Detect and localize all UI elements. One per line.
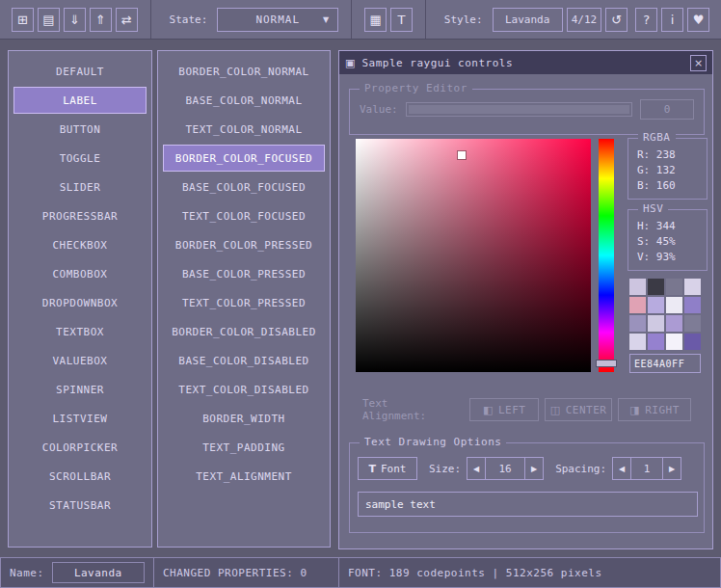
palette-swatch[interactable] bbox=[684, 334, 701, 350]
control-item-colorpicker[interactable]: COLORPICKER bbox=[13, 434, 147, 461]
size-increase-button[interactable]: ▶ bbox=[524, 457, 544, 480]
prop-item-border-color-pressed[interactable]: BORDER_COLOR_PRESSED bbox=[163, 231, 325, 258]
color-picker-marker[interactable] bbox=[458, 151, 466, 159]
control-item-toggle[interactable]: TOGGLE bbox=[13, 145, 147, 172]
prop-item-base-color-normal[interactable]: BASE_COLOR_NORMAL bbox=[163, 87, 325, 114]
palette-swatch[interactable] bbox=[666, 297, 682, 313]
random-style-button[interactable]: ⇄ bbox=[116, 8, 138, 32]
hex-color-input[interactable]: EE84A0FF bbox=[629, 354, 701, 373]
palette-swatch[interactable] bbox=[648, 297, 664, 313]
align-left-button[interactable]: ◧ LEFT bbox=[469, 398, 539, 421]
hue-slider-handle[interactable] bbox=[596, 360, 617, 367]
color-picker-sv-area[interactable] bbox=[356, 139, 591, 372]
control-item-dropdownbox[interactable]: DROPDOWNBOX bbox=[13, 289, 147, 316]
style-name-box[interactable]: Lavanda bbox=[493, 8, 563, 32]
prop-item-text-color-focused[interactable]: TEXT_COLOR_FOCUSED bbox=[163, 202, 325, 229]
rgba-group-label: RGBA bbox=[638, 131, 676, 144]
control-item-default[interactable]: DEFAULT bbox=[13, 58, 147, 85]
font-button[interactable]: T Font bbox=[358, 457, 417, 480]
palette-swatch[interactable] bbox=[648, 315, 664, 332]
palette-swatch[interactable] bbox=[666, 279, 682, 295]
file-save-button[interactable]: ⇓ bbox=[64, 8, 86, 32]
control-item-combobox[interactable]: COMBOBOX bbox=[13, 260, 147, 287]
spacing-increase-button[interactable]: ▶ bbox=[662, 457, 681, 480]
control-item-statusbar[interactable]: STATUSBAR bbox=[13, 492, 147, 519]
property-editor-group: Property Editor Value: 0 bbox=[349, 89, 705, 135]
shuffle-icon: ⇄ bbox=[121, 13, 132, 26]
control-item-label[interactable]: LABEL bbox=[13, 87, 147, 114]
palette-swatch[interactable] bbox=[648, 279, 664, 295]
hsv-group: HSV H: 344 S: 45% V: 93% bbox=[628, 209, 708, 271]
style-table-button[interactable]: ▦ bbox=[364, 8, 387, 32]
close-icon: × bbox=[694, 57, 703, 69]
spacing-decrease-button[interactable]: ◀ bbox=[612, 457, 631, 480]
name-label: Name: bbox=[10, 567, 44, 579]
palette-swatch[interactable] bbox=[629, 315, 646, 332]
style-counter-button[interactable]: 4/12 bbox=[567, 8, 602, 32]
value-box[interactable]: 0 bbox=[640, 99, 694, 120]
control-item-slider[interactable]: SLIDER bbox=[13, 174, 147, 200]
prop-item-base-color-pressed[interactable]: BASE_COLOR_PRESSED bbox=[163, 260, 325, 287]
align-center-button[interactable]: ◫ CENTER bbox=[545, 398, 612, 421]
palette-swatch[interactable] bbox=[629, 279, 646, 295]
value-row: Value: 0 bbox=[360, 99, 694, 120]
toolbar-separator bbox=[351, 0, 352, 39]
sponsor-button[interactable]: ♥ bbox=[687, 8, 709, 32]
help-button[interactable]: ? bbox=[635, 8, 657, 32]
prop-item-text-color-disabled[interactable]: TEXT_COLOR_DISABLED bbox=[163, 376, 325, 403]
control-item-listview[interactable]: LISTVIEW bbox=[13, 405, 147, 432]
prop-item-base-color-focused[interactable]: BASE_COLOR_FOCUSED bbox=[163, 174, 325, 200]
align-right-button[interactable]: ◨ RIGHT bbox=[618, 398, 691, 421]
palette-swatch[interactable] bbox=[666, 334, 682, 350]
control-item-progressbar[interactable]: PROGRESSBAR bbox=[13, 202, 147, 229]
size-decrease-button[interactable]: ◀ bbox=[467, 457, 486, 480]
prop-item-text-padding[interactable]: TEXT_PADDING bbox=[163, 434, 325, 461]
prop-item-border-color-normal[interactable]: BORDER_COLOR_NORMAL bbox=[163, 58, 325, 85]
control-item-scrollbar[interactable]: SCROLLBAR bbox=[13, 463, 147, 490]
palette-swatch[interactable] bbox=[629, 334, 646, 350]
window-titlebar[interactable]: ▣ Sample raygui controls × bbox=[339, 51, 712, 74]
control-item-spinner[interactable]: SPINNER bbox=[13, 376, 147, 403]
sample-text-input[interactable]: sample text bbox=[358, 492, 698, 517]
palette-swatch[interactable] bbox=[684, 279, 701, 295]
prop-item-border-color-disabled[interactable]: BORDER_COLOR_DISABLED bbox=[163, 318, 325, 345]
file-new-button[interactable]: ⊞ bbox=[12, 8, 34, 32]
hsv-s-value: S: 45% bbox=[637, 234, 707, 250]
font-t-icon: T bbox=[397, 13, 405, 26]
window-close-button[interactable]: × bbox=[690, 55, 707, 71]
file-open-button[interactable]: ▤ bbox=[38, 8, 60, 32]
control-item-valuebox[interactable]: VALUEBOX bbox=[13, 347, 147, 374]
prop-item-text-alignment[interactable]: TEXT_ALIGNMENT bbox=[163, 463, 325, 490]
prop-item-text-color-normal[interactable]: TEXT_COLOR_NORMAL bbox=[163, 116, 325, 143]
align-right-label: RIGHT bbox=[645, 404, 680, 416]
font-settings-button[interactable]: T bbox=[390, 8, 413, 32]
value-label: Value: bbox=[360, 103, 398, 116]
palette-swatch[interactable] bbox=[666, 315, 682, 332]
hue-bar[interactable] bbox=[599, 139, 614, 372]
size-value-box[interactable]: 16 bbox=[485, 457, 525, 480]
palette-swatch[interactable] bbox=[684, 297, 701, 313]
palette-swatch[interactable] bbox=[648, 334, 664, 350]
control-item-button[interactable]: BUTTON bbox=[13, 116, 147, 143]
prop-item-text-color-pressed[interactable]: TEXT_COLOR_PRESSED bbox=[163, 289, 325, 316]
status-font-info: FONT: 189 codepoints | 512x256 pixels bbox=[338, 557, 721, 588]
text-drawing-options-label: Text Drawing Options bbox=[360, 436, 506, 448]
rguistyler-app: ⊞ ▤ ⇓ ⇑ ⇄ State: NORMAL ▼ ▦ T Style: Lav… bbox=[0, 0, 721, 588]
control-item-checkbox[interactable]: CHECKBOX bbox=[13, 231, 147, 258]
palette-swatch[interactable] bbox=[629, 297, 646, 313]
palette-swatch[interactable] bbox=[684, 315, 701, 332]
prop-item-border-color-focused[interactable]: BORDER_COLOR_FOCUSED bbox=[163, 145, 325, 172]
arrow-right-icon: ▶ bbox=[669, 465, 675, 473]
style-reload-button[interactable]: ↺ bbox=[605, 8, 628, 32]
file-export-button[interactable]: ⇑ bbox=[90, 8, 112, 32]
hsv-v-value: V: 93% bbox=[637, 250, 707, 265]
value-slider[interactable] bbox=[406, 102, 632, 117]
prop-item-base-color-disabled[interactable]: BASE_COLOR_DISABLED bbox=[163, 347, 325, 374]
about-button[interactable]: i bbox=[661, 8, 683, 32]
control-item-textbox[interactable]: TEXTBOX bbox=[13, 318, 147, 345]
state-dropdown[interactable]: NORMAL ▼ bbox=[217, 8, 338, 32]
sample-controls-window: ▣ Sample raygui controls × Property Edit… bbox=[338, 50, 713, 549]
prop-item-border-width[interactable]: BORDER_WIDTH bbox=[163, 405, 325, 432]
spacing-value-box[interactable]: 1 bbox=[630, 457, 663, 480]
style-name-input[interactable]: Lavanda bbox=[52, 562, 145, 583]
